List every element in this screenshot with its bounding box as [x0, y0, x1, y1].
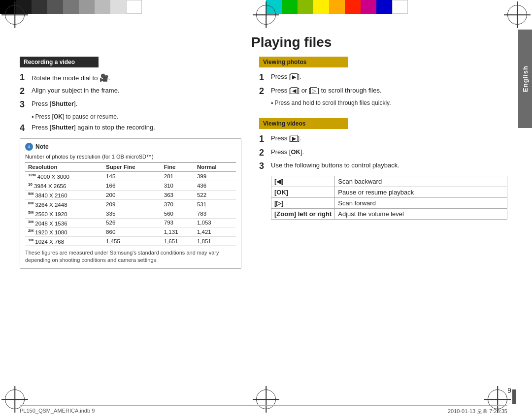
table-row: 9M 3840 X 2160 200363522	[25, 191, 236, 200]
control-row: [▷] Scan forward	[271, 197, 507, 208]
viewing-videos-section: Viewing videos 1 Press [▶]. 2 Press [OK]…	[259, 118, 507, 220]
viewing-photos-section: Viewing photos 1 Press [▶]. 2 Press [◀] …	[259, 57, 507, 106]
note-label: Note	[35, 143, 49, 150]
table-row: 5M 2560 X 1920 335560783	[25, 209, 236, 218]
control-row: [OK] Pause or resume playback	[271, 187, 507, 197]
resolution-table: Resolution Super Fine Fine Normal 12M 40…	[25, 162, 236, 246]
control-row: [◀] Scan backward	[271, 176, 507, 187]
table-row: 8M 3264 X 2448 209370531	[25, 199, 236, 209]
col-resolution: Resolution	[25, 162, 103, 172]
col-superfine: Super Fine	[103, 162, 161, 172]
page-number: 9	[507, 387, 511, 394]
recording-header: Recording a video	[20, 57, 99, 67]
col-normal: Normal	[194, 162, 236, 172]
footer-right: 2010-01-13 오후 7:23:35	[448, 408, 507, 415]
reg-mark-top-left	[5, 5, 25, 25]
right-column: Viewing photos 1 Press [▶]. 2 Press [◀] …	[259, 57, 507, 394]
note-box: + Note Number of photos by resolution (f…	[20, 138, 241, 268]
page-title: Playing files	[251, 34, 332, 50]
vv-step-3: 3 Use the following buttons to control p…	[259, 161, 507, 172]
page-indicator-bar	[512, 389, 516, 404]
left-color-swatches	[0, 0, 266, 14]
table-title: Number of photos by resolution (for 1 GB…	[25, 153, 236, 160]
note-icon: +	[25, 143, 33, 151]
viewing-videos-header: Viewing videos	[259, 118, 348, 129]
footer-left: PL150_QSM_AMERICA.indb 9	[20, 408, 95, 415]
step-2: 2 Align your subject in the frame.	[20, 86, 241, 97]
step-3-sub: Press [OK] to pause or resume.	[32, 113, 241, 120]
step-1: 1 Rotate the mode dial to 🎥.	[20, 72, 241, 83]
reg-mark-top-center	[256, 5, 276, 25]
step-4: 4 Press [Shutter] again to stop the reco…	[20, 123, 241, 134]
viewing-photos-header: Viewing photos	[259, 57, 348, 67]
table-row: 12M 4000 X 3000 145281399	[25, 172, 236, 181]
vp-step-2: 2 Press [◀] or [▷] to scroll through fil…	[259, 86, 507, 97]
control-row: [Zoom] left or right Adjust the volume l…	[271, 208, 507, 219]
table-row: 2M 1920 X 1080 8601,1311,421	[25, 227, 236, 237]
right-color-swatches	[266, 0, 532, 14]
reg-mark-top-right	[507, 5, 527, 25]
vv-step-1: 1 Press [▶].	[259, 134, 507, 145]
left-column: Recording a video 1 Rotate the mode dial…	[20, 57, 241, 394]
controls-table: [◀] Scan backward [OK] Pause or resume p…	[271, 176, 507, 220]
col-fine: Fine	[161, 162, 194, 172]
table-row: 10 3984 X 2656 166310436	[25, 181, 236, 191]
step-3: 3 Press [Shutter].	[20, 99, 241, 110]
table-row: 1M 1024 X 768 1,4551,6511,851	[25, 237, 236, 246]
table-footnote: These figures are measured under Samsung…	[25, 249, 236, 264]
footer: PL150_QSM_AMERICA.indb 9 2010-01-13 오후 7…	[20, 405, 507, 415]
sidebar-english: English	[518, 30, 532, 128]
vp-step-2-sub: Press and hold to scroll through files q…	[271, 99, 507, 106]
vp-step-1: 1 Press [▶].	[259, 72, 507, 83]
table-row: 3M 2048 X 1536 5267931,053	[25, 218, 236, 227]
vv-step-2: 2 Press [OK].	[259, 148, 507, 159]
